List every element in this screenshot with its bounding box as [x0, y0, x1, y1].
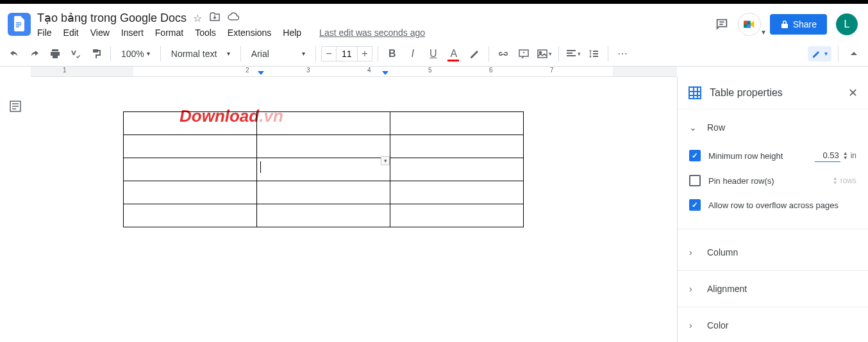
- zoom-select[interactable]: 100%▾: [116, 46, 155, 61]
- print-icon[interactable]: [46, 45, 64, 63]
- text-cursor: [260, 161, 261, 173]
- table-icon: [688, 86, 702, 100]
- svg-rect-1: [16, 24, 21, 26]
- font-size-minus[interactable]: −: [321, 46, 337, 61]
- min-row-height-input[interactable]: [815, 149, 840, 162]
- avatar[interactable]: L: [836, 13, 858, 35]
- comments-icon[interactable]: [715, 17, 729, 31]
- table-properties-panel: Table properties ✕ ⌄ Row Minimum row hei…: [677, 77, 868, 342]
- undo-icon[interactable]: [5, 45, 23, 63]
- redo-icon[interactable]: [26, 45, 44, 63]
- pin-header-label: Pin header row(s): [708, 176, 825, 186]
- toolbar: 100%▾ Normal text▾ Arial▾ − + B I U A ▾ …: [0, 41, 868, 67]
- highlight-icon[interactable]: [465, 45, 483, 63]
- collapse-icon[interactable]: [845, 45, 863, 63]
- sidebar-title: Table properties: [710, 87, 840, 99]
- svg-rect-2: [16, 26, 19, 28]
- svg-rect-12: [567, 55, 576, 56]
- outline-icon[interactable]: [4, 95, 27, 118]
- menu-tools[interactable]: Tools: [195, 28, 216, 38]
- header: Tạo bảng trong Google Docs ☆ File Edit V…: [0, 4, 868, 41]
- doc-title[interactable]: Tạo bảng trong Google Docs: [37, 11, 187, 25]
- meet-icon[interactable]: ▾: [738, 13, 761, 36]
- min-row-height-label: Minimum row height: [708, 151, 807, 161]
- menu-insert[interactable]: Insert: [121, 28, 144, 38]
- docs-logo[interactable]: [8, 13, 31, 36]
- pin-header-checkbox[interactable]: [689, 175, 701, 186]
- italic-icon[interactable]: I: [404, 45, 422, 63]
- section-alignment[interactable]: › Alignment: [678, 276, 868, 302]
- share-label: Share: [793, 19, 817, 29]
- overflow-label: Allow row to overflow across pages: [708, 200, 856, 210]
- chevron-down-icon: ⌄: [689, 122, 698, 133]
- doc-table[interactable]: [123, 111, 524, 227]
- svg-rect-11: [567, 53, 572, 54]
- bold-icon[interactable]: B: [383, 45, 401, 63]
- document-canvas[interactable]: Download.vn ▾: [31, 77, 677, 342]
- section-color[interactable]: › Color: [678, 313, 868, 338]
- menu-file[interactable]: File: [37, 28, 52, 38]
- menu-edit[interactable]: Edit: [63, 28, 79, 38]
- chevron-right-icon: ›: [689, 320, 698, 330]
- font-size-input[interactable]: [337, 46, 357, 61]
- close-icon[interactable]: ✕: [848, 86, 858, 100]
- min-row-height-unit: in: [851, 151, 856, 160]
- comment-icon[interactable]: [515, 45, 533, 63]
- menubar: File Edit View Insert Format Tools Exten…: [37, 28, 715, 38]
- last-edit[interactable]: Last edit was seconds ago: [319, 28, 425, 38]
- underline-icon[interactable]: U: [424, 45, 442, 63]
- move-icon[interactable]: [210, 12, 220, 24]
- ruler[interactable]: 1 2 3 4 5 6 7: [31, 67, 677, 77]
- spellcheck-icon[interactable]: [67, 45, 85, 63]
- share-button[interactable]: Share: [770, 14, 827, 35]
- star-icon[interactable]: ☆: [193, 12, 202, 24]
- menu-view[interactable]: View: [90, 28, 110, 38]
- svg-rect-0: [16, 22, 21, 24]
- edit-mode-button[interactable]: ▾: [808, 46, 831, 61]
- menu-extensions[interactable]: Extensions: [228, 28, 271, 38]
- chevron-right-icon: ›: [689, 247, 698, 257]
- image-icon[interactable]: ▾: [535, 45, 553, 63]
- menu-help[interactable]: Help: [283, 28, 301, 38]
- text-color-icon[interactable]: A: [445, 45, 463, 63]
- svg-rect-17: [689, 87, 701, 99]
- align-icon[interactable]: ▾: [564, 45, 582, 63]
- font-select[interactable]: Arial▾: [246, 46, 310, 61]
- pin-rows-unit: rows: [840, 176, 856, 185]
- more-icon[interactable]: ⋯: [613, 45, 631, 63]
- font-size-plus[interactable]: +: [357, 46, 372, 61]
- menu-format[interactable]: Format: [155, 28, 183, 38]
- cell-dropdown-icon[interactable]: ▾: [381, 156, 390, 165]
- min-row-height-checkbox[interactable]: [689, 150, 701, 161]
- style-select[interactable]: Normal text▾: [166, 46, 235, 61]
- section-row[interactable]: ⌄ Row: [678, 115, 868, 140]
- pin-rows-spinner: ▲▼: [833, 176, 838, 185]
- format-paint-icon[interactable]: [87, 45, 105, 63]
- chevron-right-icon: ›: [689, 284, 698, 294]
- link-icon[interactable]: [494, 45, 512, 63]
- overflow-checkbox[interactable]: [689, 199, 701, 211]
- section-column[interactable]: › Column: [678, 240, 868, 265]
- svg-rect-8: [538, 50, 547, 58]
- line-spacing-icon[interactable]: [585, 45, 603, 63]
- min-row-height-spinner[interactable]: ▲▼: [843, 151, 848, 160]
- svg-rect-10: [567, 50, 576, 51]
- cloud-icon[interactable]: [228, 12, 239, 24]
